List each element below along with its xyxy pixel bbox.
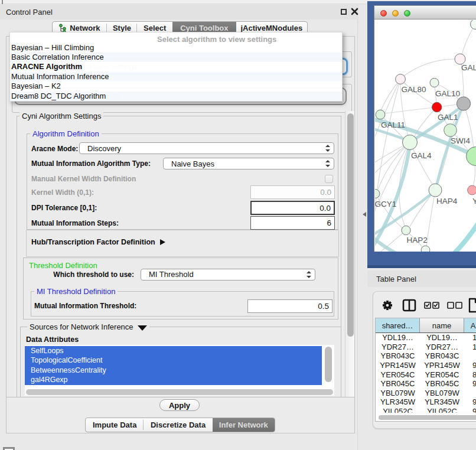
aracne-mode-combobox[interactable]: Discovery xyxy=(79,142,334,154)
graph-node-red[interactable] xyxy=(432,102,442,112)
table-row[interactable]: YDR27…YDR27…12 xyxy=(376,343,476,352)
settings-scrollbar[interactable] xyxy=(345,111,354,397)
graph-node-pinky[interactable] xyxy=(468,185,476,195)
mini-window-icon[interactable] xyxy=(3,447,15,450)
graph-edge-thick[interactable] xyxy=(454,224,476,252)
table-cell: YDL19… xyxy=(420,333,464,343)
apply-button[interactable]: Apply xyxy=(159,399,200,411)
columns-icon[interactable] xyxy=(402,299,416,312)
table-cell: 9. xyxy=(464,397,476,407)
panel-collapse-icon[interactable] xyxy=(363,212,366,217)
dropdown-item[interactable]: ARACNE Algorithm xyxy=(10,62,342,71)
table-cell xyxy=(464,389,476,398)
table-hscrollbar[interactable] xyxy=(376,413,476,421)
document-icon[interactable] xyxy=(468,298,476,313)
graph-node-gal1[interactable] xyxy=(457,97,470,110)
control-panel-title: Control Panel xyxy=(6,8,53,17)
table-row[interactable]: YBR045CYBR045C9. xyxy=(376,379,476,389)
uncheck-all-icon[interactable] xyxy=(447,302,462,309)
table-row[interactable]: YDL19…YDL19…13 xyxy=(376,333,476,343)
gear-icon[interactable] xyxy=(382,299,393,311)
tab-select-label: Select xyxy=(144,24,166,32)
list-hscrollbar-thumb[interactable] xyxy=(26,389,333,395)
close-traffic-light-icon[interactable] xyxy=(380,10,387,17)
table-cell: YDR27… xyxy=(420,343,464,352)
tab-jactivemnodules-label: jActiveMNodules xyxy=(240,24,302,32)
graph-edge[interactable] xyxy=(381,79,400,110)
threshold-definition-title: Threshold Definition xyxy=(27,261,100,270)
table-cell: 13 xyxy=(464,333,476,343)
dropdown-item[interactable]: Dream8 DC_TDC Algorithm xyxy=(10,92,342,101)
table-row[interactable]: YBL079WYBL079W xyxy=(376,389,476,398)
hub-label: Hub/Transcription Factor Definition xyxy=(31,238,155,246)
list-scrollbar-thumb[interactable] xyxy=(325,347,332,382)
list-hscrollbar[interactable] xyxy=(25,387,334,396)
close-icon[interactable] xyxy=(351,8,358,15)
graph-node-gal4[interactable] xyxy=(403,135,418,150)
dropdown-item[interactable]: Bayesian – K2 xyxy=(10,81,342,91)
float-window-icon[interactable] xyxy=(341,9,347,15)
graph-node-hap4[interactable] xyxy=(429,184,442,197)
dpi-tolerance-field[interactable]: 0.0 xyxy=(250,201,335,215)
check-all-icon[interactable] xyxy=(424,302,439,309)
network-window-titlebar[interactable] xyxy=(374,6,476,19)
attribute-list-item[interactable]: TopologicalCoefficient xyxy=(25,356,322,365)
table-cell: YBR043C xyxy=(376,351,420,361)
table-column-header[interactable]: A xyxy=(464,318,476,332)
graph-edge[interactable] xyxy=(375,142,410,230)
tab-discretize-data[interactable]: Discretize Data xyxy=(144,418,212,432)
graph-edge[interactable] xyxy=(403,59,461,77)
mi-threshold-field[interactable]: 0.5 xyxy=(247,299,332,313)
manual-kernel-checkbox[interactable] xyxy=(325,175,333,183)
zoom-traffic-light-icon[interactable] xyxy=(404,10,410,17)
graph-node-hap2[interactable] xyxy=(402,226,410,234)
graph-node-gcy1[interactable] xyxy=(375,190,380,198)
graph-node-label: HAP4 xyxy=(436,197,458,206)
table-row[interactable]: YLR345WYLR345W9. xyxy=(376,397,476,407)
tab-cyni-toolbox-label: Cyni Toolbox xyxy=(180,24,228,32)
graph-node-gal11[interactable] xyxy=(376,110,385,119)
graph-edge[interactable] xyxy=(376,194,403,228)
graph-node-top[interactable] xyxy=(471,20,476,30)
attribute-list-item[interactable]: SelfLoops xyxy=(25,346,322,356)
mi-type-value: Naive Bayes xyxy=(171,159,214,168)
tab-infer-network[interactable]: Infer Network xyxy=(213,418,275,432)
table-row[interactable]: YPR145WYPR145W9. xyxy=(376,361,476,370)
kernel-width-field[interactable]: 0.0 xyxy=(250,185,335,199)
table-column-header[interactable]: shared… xyxy=(376,318,420,332)
hub-expander[interactable]: Hub/Transcription Factor Definition xyxy=(31,238,165,246)
attribute-list-item[interactable]: BetweennessCentrality xyxy=(25,366,322,375)
graph-edge[interactable] xyxy=(379,230,406,252)
app-toolbar-edge xyxy=(0,0,367,4)
graph-node-gal80[interactable] xyxy=(396,74,406,84)
graph-edge[interactable] xyxy=(375,79,400,249)
kernel-width-value: 0.0 xyxy=(320,188,331,197)
sources-expander[interactable]: Sources for Network Inference xyxy=(27,322,149,331)
which-threshold-combobox[interactable]: MI Threshold xyxy=(141,269,315,281)
minimize-traffic-light-icon[interactable] xyxy=(392,10,399,17)
mi-type-combobox[interactable]: Naive Bayes xyxy=(163,158,334,169)
network-graph[interactable]: GAL2GAL80GAL10GAL1GAL11SWI4GAL4GCY1HAP4Y… xyxy=(375,20,476,252)
control-panel-titlebar xyxy=(0,5,358,19)
cyni-settings-group-title: Cyni Algorithm Settings xyxy=(19,112,103,120)
network-view-window[interactable]: GAL2GAL80GAL10GAL1GAL11SWI4GAL4GCY1HAP4Y… xyxy=(374,5,476,252)
attribute-list-item[interactable]: gal4RGexp xyxy=(25,375,322,384)
graph-node-swi4[interactable] xyxy=(444,124,457,137)
graph-node-gal10[interactable] xyxy=(430,79,439,87)
mi-threshold-label: Mutual Information Threshold: xyxy=(34,302,136,310)
dropdown-item[interactable]: Basic Correlation Inference xyxy=(10,53,342,62)
table-column-header[interactable]: name xyxy=(420,318,464,332)
mi-threshold-value: 0.5 xyxy=(318,302,329,311)
settings-scrollbar-thumb[interactable] xyxy=(347,113,354,337)
graph-edge[interactable] xyxy=(461,24,475,59)
tab-impute-data[interactable]: Impute Data xyxy=(86,418,144,432)
mi-steps-field[interactable]: 6 xyxy=(250,216,335,230)
list-scrollbar[interactable] xyxy=(324,345,333,383)
table-row[interactable]: YER054CYER054C8. xyxy=(376,370,476,379)
table-panel-title: Table Panel xyxy=(376,275,416,283)
table-hscrollbar-thumb[interactable] xyxy=(379,415,476,420)
graph-node-bot[interactable] xyxy=(421,246,430,252)
dropdown-item[interactable]: Mutual Information Inference xyxy=(10,72,342,81)
table-row[interactable]: YBR043CYBR043C xyxy=(376,351,476,361)
which-threshold-label: Which threshold to use: xyxy=(16,270,134,279)
